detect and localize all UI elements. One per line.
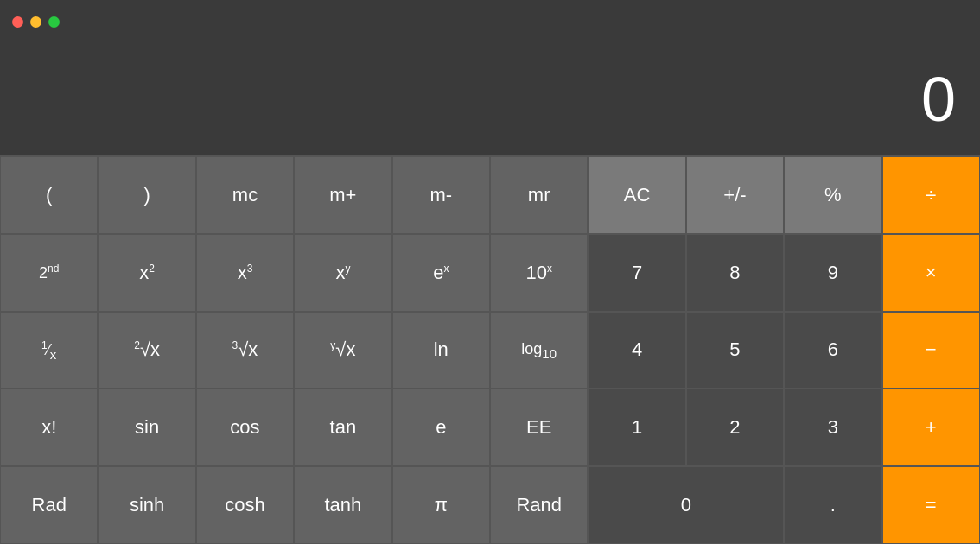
ee-label: EE: [526, 416, 551, 439]
cosh-label: cosh: [225, 494, 264, 516]
calculator-grid: ()mcm+m-mrAC+/-%÷2ndx2x3xyex10x789×1⁄x2√…: [0, 155, 980, 544]
m-minus-label: m-: [430, 184, 452, 206]
cosh-button[interactable]: cosh: [196, 466, 294, 544]
nine-label: 9: [828, 262, 838, 284]
factorial-button[interactable]: x!: [0, 389, 98, 466]
display-area: 0: [0, 43, 980, 155]
close-button[interactable]: [12, 16, 23, 28]
x-squared-label: x2: [139, 262, 155, 284]
divide-button[interactable]: ÷: [882, 156, 980, 234]
plus-button[interactable]: +: [882, 389, 980, 466]
tan-label: tan: [330, 416, 357, 439]
tanh-label: tanh: [324, 494, 361, 516]
pi-label: π: [435, 494, 448, 516]
pi-button[interactable]: π: [392, 466, 490, 544]
rand-button[interactable]: Rand: [490, 466, 588, 544]
seven-label: 7: [632, 262, 642, 284]
maximize-button[interactable]: [48, 16, 60, 28]
minimize-button[interactable]: [30, 16, 41, 28]
eight-label: 8: [729, 262, 740, 284]
three-label: 3: [828, 416, 838, 439]
sqrt3-button[interactable]: 3√x: [196, 312, 294, 389]
mc-label: mc: [232, 184, 258, 206]
x-squared-button[interactable]: x2: [98, 234, 195, 312]
sqrt-y-label: y√x: [330, 338, 355, 361]
mc-button[interactable]: mc: [196, 156, 294, 234]
cos-label: cos: [230, 416, 259, 439]
tanh-button[interactable]: tanh: [294, 466, 391, 544]
display-value: 0: [921, 64, 954, 135]
e-x-label: ex: [433, 262, 449, 284]
sinh-button[interactable]: sinh: [98, 466, 195, 544]
second-button[interactable]: 2nd: [0, 234, 98, 312]
dot-button[interactable]: .: [784, 466, 881, 544]
e-button[interactable]: e: [392, 389, 490, 466]
ln-label: ln: [434, 338, 449, 361]
rand-label: Rand: [516, 494, 562, 516]
six-button[interactable]: 6: [784, 312, 881, 389]
close-paren-button[interactable]: ): [98, 156, 195, 234]
sqrt3-label: 3√x: [232, 338, 258, 361]
divide-label: ÷: [926, 184, 936, 206]
dot-label: .: [830, 494, 836, 516]
ac-label: AC: [624, 184, 651, 206]
zero-label: 0: [681, 494, 691, 516]
ee-button[interactable]: EE: [490, 389, 588, 466]
four-button[interactable]: 4: [588, 312, 685, 389]
title-bar: [0, 0, 980, 43]
sqrt-y-button[interactable]: y√x: [294, 312, 391, 389]
ac-button[interactable]: AC: [588, 156, 685, 234]
tan-button[interactable]: tan: [294, 389, 391, 466]
log10-button[interactable]: log10: [490, 312, 588, 389]
percent-label: %: [824, 184, 842, 206]
e-label: e: [436, 416, 446, 439]
ln-button[interactable]: ln: [392, 312, 490, 389]
ten-x-button[interactable]: 10x: [490, 234, 588, 312]
multiply-label: ×: [926, 262, 937, 284]
one-over-x-label: 1⁄x: [41, 339, 56, 362]
percent-button[interactable]: %: [784, 156, 881, 234]
open-paren-label: (: [46, 184, 52, 206]
m-minus-button[interactable]: m-: [392, 156, 490, 234]
eight-button[interactable]: 8: [686, 234, 784, 312]
cos-button[interactable]: cos: [196, 389, 294, 466]
x-y-label: xy: [335, 262, 350, 284]
e-x-button[interactable]: ex: [392, 234, 490, 312]
multiply-button[interactable]: ×: [882, 234, 980, 312]
five-label: 5: [729, 338, 740, 361]
rad-button[interactable]: Rad: [0, 466, 98, 544]
open-paren-button[interactable]: (: [0, 156, 98, 234]
sqrt2-button[interactable]: 2√x: [98, 312, 195, 389]
four-label: 4: [632, 338, 642, 361]
plus-minus-label: +/-: [723, 184, 746, 206]
sin-label: sin: [135, 416, 159, 439]
mr-button[interactable]: mr: [490, 156, 588, 234]
one-label: 1: [632, 416, 642, 439]
five-button[interactable]: 5: [686, 312, 784, 389]
one-over-x-button[interactable]: 1⁄x: [0, 312, 98, 389]
factorial-label: x!: [41, 416, 56, 439]
m-plus-button[interactable]: m+: [294, 156, 391, 234]
minus-button[interactable]: −: [882, 312, 980, 389]
sin-button[interactable]: sin: [98, 389, 195, 466]
three-button[interactable]: 3: [784, 389, 881, 466]
second-label: 2nd: [39, 263, 59, 282]
seven-button[interactable]: 7: [588, 234, 685, 312]
x-cubed-button[interactable]: x3: [196, 234, 294, 312]
zero-button[interactable]: 0: [588, 466, 784, 544]
two-button[interactable]: 2: [686, 389, 784, 466]
rad-label: Rad: [32, 494, 67, 516]
plus-label: +: [926, 416, 937, 439]
nine-button[interactable]: 9: [784, 234, 881, 312]
minus-label: −: [926, 338, 937, 361]
plus-minus-button[interactable]: +/-: [686, 156, 784, 234]
equals-button[interactable]: =: [882, 466, 980, 544]
m-plus-label: m+: [329, 184, 356, 206]
equals-label: =: [926, 494, 937, 516]
close-paren-label: ): [143, 184, 150, 206]
sinh-label: sinh: [130, 494, 164, 516]
six-label: 6: [828, 338, 838, 361]
one-button[interactable]: 1: [588, 389, 685, 466]
x-y-button[interactable]: xy: [294, 234, 391, 312]
ten-x-label: 10x: [525, 262, 551, 284]
